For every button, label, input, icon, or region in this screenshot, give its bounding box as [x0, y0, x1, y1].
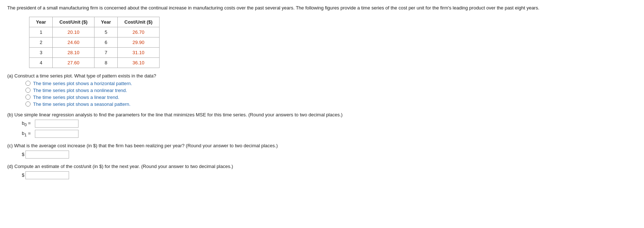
part-b-label: (b) Use simple linear regression analysi… — [7, 112, 637, 117]
part-c-dollar-sign: $ — [22, 152, 24, 157]
radio-label-4: The time series plot shows a seasonal pa… — [33, 101, 130, 107]
col-header-cost2: Cost/Unit ($) — [118, 17, 159, 27]
part-c-label: (c) What is the average cost increase (i… — [7, 143, 637, 148]
data-table: Year Cost/Unit ($) Year Cost/Unit ($) 12… — [29, 17, 160, 68]
b0-label: b0 = — [22, 120, 33, 127]
year2-cell-1: 5 — [94, 27, 117, 37]
part-c-section: (c) What is the average cost increase (i… — [7, 143, 637, 159]
data-table-container: Year Cost/Unit ($) Year Cost/Unit ($) 12… — [29, 17, 637, 68]
year1-cell-2: 2 — [29, 37, 53, 47]
intro-text: The president of a small manufacturing f… — [7, 4, 625, 12]
table-row-4: 427.60836.10 — [29, 57, 160, 68]
radio-label-2: The time series plot shows a nonlinear t… — [33, 88, 127, 93]
b0-row: b0 = — [22, 120, 637, 128]
radio-linear[interactable] — [25, 95, 31, 100]
year1-cell-3: 3 — [29, 47, 53, 57]
part-c-input[interactable] — [25, 151, 69, 159]
radio-option-1[interactable]: The time series plot shows a horizontal … — [25, 81, 637, 86]
radio-label-3: The time series plot shows a linear tren… — [33, 95, 119, 100]
cost1-cell-3: 28.10 — [53, 47, 94, 57]
cost2-cell-2: 29.90 — [118, 37, 159, 47]
table-row-2: 224.60629.90 — [29, 37, 160, 47]
part-d-dollar-sign: $ — [22, 172, 24, 178]
part-c-input-row: $ — [22, 151, 637, 159]
table-row-1: 120.10526.70 — [29, 27, 160, 37]
part-a-label: (a) Construct a time series plot. What t… — [7, 73, 637, 79]
col-header-cost1: Cost/Unit ($) — [53, 17, 94, 27]
cost2-cell-4: 36.10 — [118, 57, 159, 68]
radio-option-2[interactable]: The time series plot shows a nonlinear t… — [25, 88, 637, 93]
year1-cell-1: 1 — [29, 27, 53, 37]
part-d-input-row: $ — [22, 171, 637, 179]
part-d-section: (d) Compute an estimate of the cost/unit… — [7, 164, 637, 179]
table-row-3: 328.10731.10 — [29, 47, 160, 57]
col-header-year2: Year — [94, 17, 117, 27]
b1-row: b1 = — [22, 130, 637, 138]
cost1-cell-2: 24.60 — [53, 37, 94, 47]
part-d-label: (d) Compute an estimate of the cost/unit… — [7, 164, 637, 169]
part-b-section: (b) Use simple linear regression analysi… — [7, 112, 637, 138]
year2-cell-4: 8 — [94, 57, 117, 68]
cost2-cell-1: 26.70 — [118, 27, 159, 37]
col-header-year1: Year — [29, 17, 53, 27]
radio-nonlinear[interactable] — [25, 88, 31, 93]
radio-option-4[interactable]: The time series plot shows a seasonal pa… — [25, 101, 637, 107]
year2-cell-2: 6 — [94, 37, 117, 47]
part-a-section: (a) Construct a time series plot. What t… — [7, 73, 637, 107]
cost2-cell-3: 31.10 — [118, 47, 159, 57]
b1-input[interactable] — [35, 130, 79, 138]
radio-label-1: The time series plot shows a horizontal … — [33, 81, 132, 86]
part-a-radio-group: The time series plot shows a horizontal … — [25, 81, 637, 107]
cost1-cell-1: 20.10 — [53, 27, 94, 37]
b0-input[interactable] — [35, 120, 79, 128]
b1-label: b1 = — [22, 131, 33, 137]
year1-cell-4: 4 — [29, 57, 53, 68]
cost1-cell-4: 27.60 — [53, 57, 94, 68]
part-d-input[interactable] — [25, 171, 69, 179]
radio-horizontal[interactable] — [25, 81, 31, 86]
year2-cell-3: 7 — [94, 47, 117, 57]
radio-option-3[interactable]: The time series plot shows a linear tren… — [25, 95, 637, 100]
radio-seasonal[interactable] — [25, 101, 31, 107]
